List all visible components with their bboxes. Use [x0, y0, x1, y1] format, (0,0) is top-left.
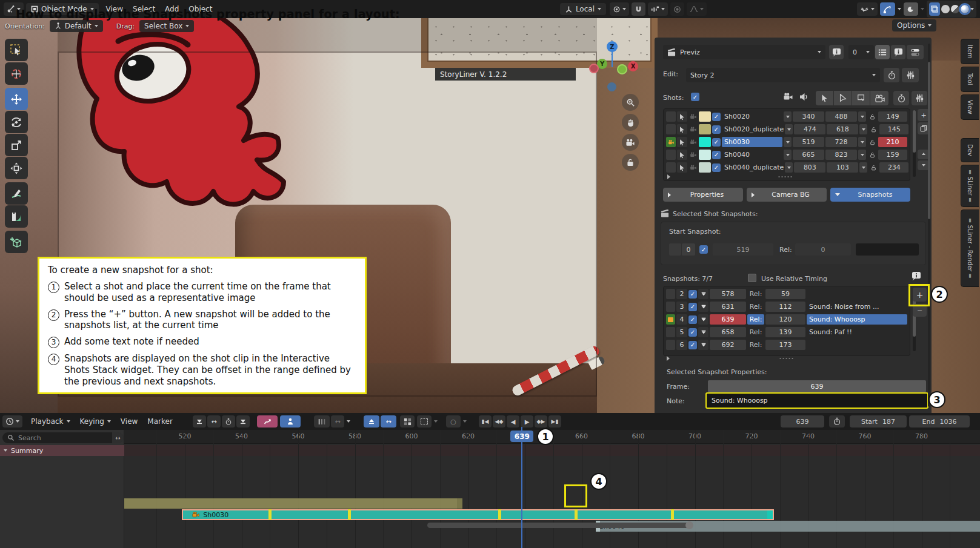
tool-move[interactable] — [5, 88, 28, 110]
tool-cursor[interactable] — [5, 62, 28, 85]
shot-camera-icon[interactable] — [688, 137, 698, 147]
fit-shots-button[interactable]: ↔ — [207, 415, 221, 428]
snapshot-state-icon[interactable] — [666, 314, 675, 325]
display-toggle-button[interactable] — [907, 45, 924, 59]
gizmo-axis-x[interactable]: X — [628, 61, 638, 71]
set-start-to-current-icon[interactable] — [784, 137, 792, 147]
snap-settings[interactable] — [648, 2, 668, 16]
snapshot-note[interactable] — [807, 340, 907, 350]
shot-camera-icon[interactable] — [688, 162, 698, 173]
snapshot-enabled-checkbox[interactable]: ✓ — [688, 315, 697, 324]
lock-duration-icon[interactable] — [867, 150, 877, 160]
snapshot-note[interactable]: Sound: Paf !! — [807, 327, 907, 337]
jump-to-end-button[interactable]: ▶▮ — [548, 415, 561, 428]
shot-name[interactable]: Sh0040 — [722, 150, 782, 160]
shot-row[interactable]: ✓ Sh0020_duplicate 474 618 145 — [665, 123, 908, 136]
shots-camera-icon[interactable] — [783, 92, 793, 102]
notes-toggle-button[interactable] — [891, 45, 905, 59]
snapshot-rel-field[interactable]: 120 — [765, 314, 805, 325]
shot-start-field[interactable]: 474 — [794, 124, 825, 134]
orientation-setting-select[interactable]: Default — [50, 20, 103, 32]
sidebar-tab-sliner[interactable]: = SLiner = — [961, 165, 979, 207]
snapshot-marker[interactable] — [268, 509, 272, 520]
start-snapshot-rel[interactable]: 0 — [795, 243, 851, 256]
shot-end-field[interactable]: 488 — [825, 111, 857, 122]
shading-rendered-button[interactable] — [961, 5, 969, 13]
shots-timing-button[interactable] — [893, 91, 909, 105]
shot-end-field[interactable]: 823 — [825, 150, 857, 160]
snapshot-frame-field[interactable]: 639 — [710, 314, 746, 325]
jump-to-start-button[interactable]: ▮◀ — [479, 415, 492, 428]
numbered-list-toggle[interactable] — [875, 45, 890, 59]
shot-enabled-checkbox[interactable]: ✓ — [712, 113, 721, 121]
snapshots-info-button[interactable] — [912, 271, 921, 281]
snapshot-frame-field[interactable]: 639 — [708, 380, 926, 392]
shading-solid-button[interactable] — [941, 5, 950, 13]
start-snapshot-index[interactable]: 0 — [682, 243, 695, 256]
lock-duration-icon[interactable] — [867, 137, 877, 147]
shot-camera-icon[interactable] — [688, 111, 698, 122]
tab-camera-bg[interactable]: Camera BG — [747, 188, 827, 202]
snapshot-frame-field[interactable]: 578 — [710, 289, 746, 299]
clip-handle[interactable] — [767, 510, 773, 519]
take-select[interactable]: Previz — [663, 45, 825, 59]
next-keyframe-button[interactable]: ◆▶ — [535, 415, 547, 428]
shot-duration-field[interactable]: 145 — [879, 124, 908, 134]
snapshot-rel-field[interactable]: 112 — [765, 302, 805, 312]
shot-select-icon[interactable] — [677, 111, 687, 122]
tab-snapshots[interactable]: Snapshots — [830, 188, 910, 202]
sidebar-tab-dev[interactable]: Dev — [961, 138, 979, 162]
summary-channel[interactable]: Summary — [0, 445, 124, 456]
shot-camera-state-icon[interactable] — [666, 162, 676, 173]
drag-setting-select[interactable]: Select Box — [139, 20, 194, 32]
shots-sound-icon[interactable] — [799, 92, 808, 102]
snapshot-note-field[interactable]: Sound: Whooosp — [705, 392, 928, 409]
set-end-to-current-icon[interactable] — [859, 162, 867, 173]
use-relative-timing-checkbox[interactable] — [748, 274, 756, 282]
snapshot-rel-field[interactable]: 59 — [765, 289, 805, 299]
shot-select-icon[interactable] — [677, 137, 687, 147]
pan-viewport-button[interactable] — [622, 114, 639, 131]
box-select-tool-button[interactable] — [852, 91, 870, 105]
shot-color-swatch[interactable] — [699, 124, 711, 134]
tool-measure[interactable] — [5, 205, 28, 228]
snapshot-index[interactable]: 3 — [676, 302, 687, 312]
start-snapshot-note-field[interactable] — [856, 243, 919, 256]
panel-scrollbar[interactable] — [928, 44, 930, 407]
gizmo-axis-z[interactable]: Z — [607, 41, 618, 52]
tool-transform[interactable] — [5, 157, 28, 179]
menu-marker[interactable]: Marker — [142, 415, 177, 428]
playback-sync-ring-button[interactable]: ○ — [446, 415, 461, 428]
expand-list-icon[interactable] — [667, 356, 670, 361]
shot-end-field[interactable]: 728 — [825, 137, 857, 147]
shot-start-field[interactable]: 665 — [793, 150, 824, 160]
snap-toggle[interactable] — [632, 2, 645, 16]
shot-color-swatch[interactable] — [699, 162, 711, 173]
timeline-horizontal-scrollbar[interactable] — [427, 523, 692, 528]
shot-row[interactable]: ✓ Sh0040_duplicate 803 103 234 — [665, 161, 908, 174]
snapshot-state-icon[interactable] — [666, 340, 675, 350]
shot-start-field[interactable]: 340 — [793, 111, 824, 122]
lock-view-button[interactable] — [622, 154, 639, 171]
set-start-to-current-icon[interactable] — [785, 162, 793, 173]
snapshot-marker[interactable] — [498, 509, 501, 520]
sidebar-tab-item[interactable]: Item — [961, 39, 979, 64]
frame-start-field[interactable]: Start 187 — [850, 415, 907, 428]
set-end-to-current-icon[interactable] — [858, 111, 866, 122]
shot-end-field[interactable]: 103 — [827, 162, 858, 173]
shot-start-field[interactable]: 519 — [793, 137, 824, 147]
shot-start-field[interactable]: 803 — [794, 162, 825, 173]
transform-orientation-select[interactable]: Local — [560, 3, 606, 15]
set-end-to-current-icon[interactable] — [858, 150, 866, 160]
tool-select-box[interactable] — [5, 39, 28, 61]
shot-select-icon[interactable] — [677, 150, 687, 160]
shots-enabled-checkbox[interactable]: ✓ — [691, 93, 699, 101]
show-gizmo-toggle[interactable] — [857, 2, 878, 16]
character-pose-toggle[interactable] — [280, 415, 301, 428]
filter-expand-button[interactable]: ↔ — [112, 432, 124, 443]
shots-settings-button[interactable] — [912, 91, 927, 105]
take-info-button[interactable] — [829, 45, 844, 59]
snapshot-row[interactable]: 5 ✓ 658 Rel: 139 Sound: Paf !! — [665, 326, 908, 338]
shading-material-button[interactable] — [951, 5, 959, 13]
shot-camera-state-icon[interactable] — [666, 124, 676, 134]
